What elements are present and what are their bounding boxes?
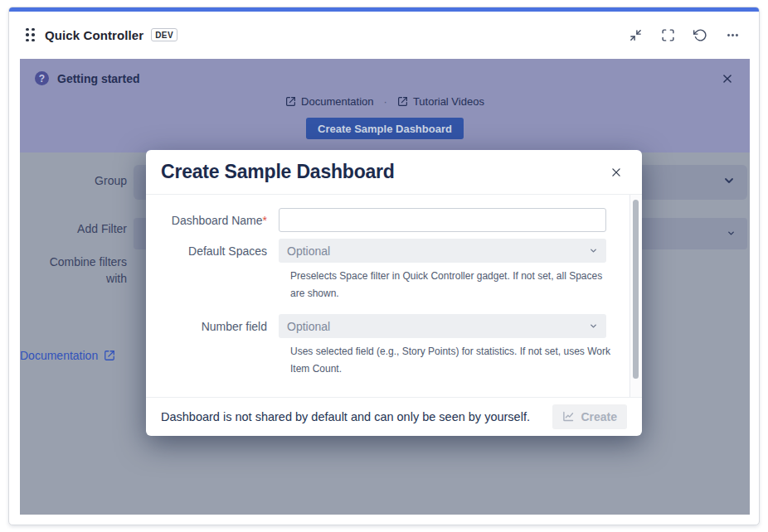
getting-started-banner: ? Getting started Documentation · Tutori… xyxy=(20,59,750,152)
external-link-icon xyxy=(104,350,115,361)
collapse-icon[interactable] xyxy=(625,25,645,45)
group-label: Group xyxy=(20,172,127,189)
external-link-icon xyxy=(397,96,408,107)
add-filter-label: Add Filter xyxy=(20,220,127,237)
banner-title: Getting started xyxy=(57,72,140,85)
gadget-toolbar xyxy=(625,25,742,45)
dashboard-name-label: Dashboard Name* xyxy=(161,214,279,227)
number-field-row: Number field Optional xyxy=(161,314,612,338)
create-sample-dashboard-modal: Create Sample Dashboard Dashboard Name* … xyxy=(146,150,642,436)
combine-filters-label: Combine filters with xyxy=(36,254,127,287)
external-link-icon xyxy=(285,96,296,107)
create-sample-dashboard-button[interactable]: Create Sample Dashboard xyxy=(306,118,464,139)
more-icon[interactable] xyxy=(722,25,742,45)
dashboard-name-input[interactable] xyxy=(279,208,606,232)
refresh-icon[interactable] xyxy=(690,25,710,45)
create-button[interactable]: Create xyxy=(552,404,627,429)
line-chart-icon xyxy=(562,410,575,423)
default-spaces-select[interactable]: Optional xyxy=(279,239,606,263)
link-separator: · xyxy=(384,95,387,108)
default-spaces-row: Default Spaces Optional xyxy=(161,239,612,263)
fullscreen-icon[interactable] xyxy=(658,25,678,45)
modal-scrollbar xyxy=(629,195,642,397)
required-asterisk: * xyxy=(263,214,267,227)
number-field-label: Number field xyxy=(161,320,279,333)
modal-body: Dashboard Name* Default Spaces Optional … xyxy=(146,195,642,397)
question-circle-icon: ? xyxy=(35,71,49,85)
documentation-link[interactable]: Documentation xyxy=(285,95,373,108)
gadget-header: Quick Controller DEV xyxy=(9,12,759,58)
gadget-card: Quick Controller DEV ? Getting started xyxy=(8,7,760,525)
default-spaces-label: Default Spaces xyxy=(161,244,279,258)
default-spaces-value: Optional xyxy=(287,244,330,258)
modal-title: Create Sample Dashboard xyxy=(161,161,605,183)
gadget-documentation-link-label: Documentation xyxy=(20,349,98,362)
tutorial-videos-link[interactable]: Tutorial Videos xyxy=(397,95,484,108)
chevron-down-icon xyxy=(722,174,736,191)
number-field-help: Uses selected field (e.g., Story Points)… xyxy=(290,343,618,378)
modal-footer: Dashboard is not shared by default and c… xyxy=(146,397,642,435)
default-spaces-help: Preselects Space filter in Quick Control… xyxy=(290,268,618,302)
chevron-down-icon xyxy=(589,320,598,333)
drag-handle-icon[interactable] xyxy=(26,28,35,42)
create-button-label: Create xyxy=(581,410,617,423)
modal-header: Create Sample Dashboard xyxy=(146,150,642,195)
gadget-documentation-link[interactable]: Documentation xyxy=(20,349,115,362)
number-field-select[interactable]: Optional xyxy=(279,314,606,338)
modal-close-icon[interactable] xyxy=(605,162,627,183)
chevron-down-icon xyxy=(589,244,598,258)
gadget-title: Quick Controller xyxy=(45,28,143,42)
dashboard-name-row: Dashboard Name* xyxy=(161,208,612,232)
tutorial-videos-link-label: Tutorial Videos xyxy=(413,95,484,108)
dev-badge: DEV xyxy=(151,28,177,41)
modal-footer-note: Dashboard is not shared by default and c… xyxy=(161,410,542,423)
modal-scrollbar-thumb[interactable] xyxy=(633,200,639,379)
number-field-value: Optional xyxy=(287,320,330,333)
documentation-link-label: Documentation xyxy=(301,95,373,108)
banner-close-icon[interactable] xyxy=(717,68,738,89)
chevron-down-icon xyxy=(727,226,736,241)
